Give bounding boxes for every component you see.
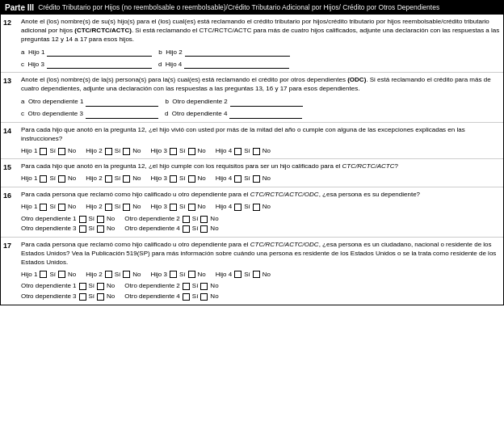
q13-od3-group: c Otro dependiente 3 — [21, 109, 158, 119]
q17-hijo3-si-checkbox[interactable] — [170, 271, 177, 278]
q17-hijo3-no-checkbox[interactable] — [188, 271, 195, 278]
q16-hijo4-no-checkbox[interactable] — [253, 204, 260, 211]
q14-hijo4: Hijo 4 Sí No — [216, 147, 271, 156]
q13-od3-input[interactable] — [86, 109, 158, 119]
q14-hijo3-si-checkbox[interactable] — [170, 148, 177, 155]
q16-hijo1-no-label: No — [68, 203, 76, 212]
q12-hijo2-group: b Hijo 2 — [158, 47, 289, 57]
q14-hijo3-no-checkbox[interactable] — [188, 148, 195, 155]
q12-inputs2: c Hijo 3 d Hijo 4 — [21, 59, 501, 69]
q-content-12: Anote el (los) nombre(s) de su(s) hijo(s… — [21, 18, 501, 69]
q12-hijo4-group: d Hijo 4 — [158, 59, 289, 69]
q16-od1-si-checkbox[interactable] — [79, 216, 86, 223]
q17-od1-label: Otro dependiente 1 — [21, 282, 77, 291]
q14-hijo1: Hijo 1 Sí No — [21, 147, 76, 156]
q14-hijo4-no-checkbox[interactable] — [253, 148, 260, 155]
q16-od3-no-checkbox[interactable] — [97, 225, 104, 233]
q16-od3-label: Otro dependiente 3 — [21, 225, 77, 234]
q15-hijo2-no-checkbox[interactable] — [123, 175, 130, 183]
q14-hijo2-si-checkbox[interactable] — [105, 148, 112, 155]
q16-hijo2-no-checkbox[interactable] — [123, 204, 130, 211]
q15-hijo3-no-checkbox[interactable] — [188, 175, 195, 183]
q15-hijo4-si-label: Sí — [244, 175, 250, 183]
q14-hijo4-si-checkbox[interactable] — [234, 148, 242, 155]
question-17: 17 Para cada persona que reclamó como hi… — [1, 238, 503, 305]
q16-od4-si-checkbox[interactable] — [183, 225, 190, 233]
q17-od4-si-checkbox[interactable] — [183, 293, 190, 301]
q-num-14: 14 — [3, 126, 21, 155]
q14-hijo2: Hijo 2 Sí No — [86, 147, 141, 156]
q16-hijo4-label: Hijo 4 — [216, 203, 232, 212]
q16-od3: Otro dependiente 3 Sí No — [21, 225, 115, 234]
q16-hijo3-si-label: Sí — [179, 203, 186, 212]
part-label: Parte III — [5, 3, 34, 12]
q16-hijo1-no-checkbox[interactable] — [58, 204, 65, 211]
q14-hijo1-no-checkbox[interactable] — [58, 148, 65, 155]
q16-hijo4-si-checkbox[interactable] — [234, 204, 242, 211]
q12-hijo2-input[interactable] — [185, 47, 290, 57]
q16-hijo3-si-checkbox[interactable] — [170, 204, 177, 211]
q15-hijo3-si-checkbox[interactable] — [170, 175, 177, 183]
q14-hijo4-no-label: No — [262, 147, 271, 156]
q17-od2-no-checkbox[interactable] — [200, 283, 208, 290]
q12-hijo4-input[interactable] — [184, 59, 289, 69]
q16-hijo3: Hijo 3 Sí No — [151, 203, 206, 212]
q14-hijo2-no-checkbox[interactable] — [123, 148, 130, 155]
q17-od2-si-checkbox[interactable] — [183, 283, 190, 290]
q16-od2-no-checkbox[interactable] — [200, 216, 208, 223]
part-header: Parte III Crédito Tributario por Hijos (… — [1, 1, 503, 15]
q15-hijo2-no-label: No — [132, 175, 141, 183]
q14-hijo2-si-label: Sí — [115, 147, 121, 156]
q17-hijo1-no-checkbox[interactable] — [58, 271, 65, 278]
q15-hijo4-no-checkbox[interactable] — [253, 175, 260, 183]
q17-od1-no-checkbox[interactable] — [97, 283, 104, 290]
q13-od1-label: a Otro dependiente 1 — [21, 98, 83, 107]
q16-od4: Otro dependiente 4 Sí No — [124, 225, 218, 234]
q16-hijo2-si-checkbox[interactable] — [105, 204, 112, 211]
q16-od3-no-label: No — [107, 225, 115, 234]
q13-od4-input[interactable] — [229, 109, 302, 119]
q14-hijo1-no-label: No — [68, 147, 76, 156]
q16-hijo2-si-label: Sí — [115, 203, 121, 212]
q15-hijo1-si-checkbox[interactable] — [40, 175, 47, 183]
q17-od3-no-checkbox[interactable] — [97, 293, 104, 301]
q15-hijo1: Hijo 1 Sí No — [21, 175, 76, 183]
q13-inputs2: c Otro dependiente 3 d Otro dependiente … — [21, 109, 501, 119]
q14-hijo1-si-checkbox[interactable] — [40, 148, 47, 155]
q-text-16: Para cada persona que reclamó como hijo … — [21, 191, 501, 200]
q17-hijo2-si-checkbox[interactable] — [105, 271, 112, 278]
q12-hijo4-label: d Hijo 4 — [158, 61, 182, 69]
q17-hijo2-no-checkbox[interactable] — [123, 271, 130, 278]
q16-od2-si-checkbox[interactable] — [183, 216, 190, 223]
q13-od2-input[interactable] — [230, 97, 303, 107]
q17-hijo4-no-checkbox[interactable] — [253, 271, 260, 278]
q15-hijo2-si-checkbox[interactable] — [105, 175, 112, 183]
q12-hijo3-input[interactable] — [47, 59, 152, 69]
q15-hijo1-label: Hijo 1 — [21, 175, 37, 183]
q15-hijo4-si-checkbox[interactable] — [234, 175, 242, 183]
q17-od4-label: Otro dependiente 4 — [124, 292, 180, 301]
q16-od4-no-checkbox[interactable] — [200, 225, 208, 233]
q16-od3-si-checkbox[interactable] — [79, 225, 86, 233]
q17-hijo2: Hijo 2 Sí No — [86, 271, 141, 280]
q16-hijo3-no-checkbox[interactable] — [188, 204, 195, 211]
q17-od4-no-checkbox[interactable] — [200, 293, 208, 301]
q16-od4-no-label: No — [210, 225, 218, 234]
q14-hijo2-label: Hijo 2 — [86, 147, 102, 156]
q15-hijo2: Hijo 2 Sí No — [86, 175, 141, 183]
q15-hijo2-label: Hijo 2 — [86, 175, 102, 183]
q16-hijo4: Hijo 4 Sí No — [216, 203, 271, 212]
q17-hijo1-si-checkbox[interactable] — [40, 271, 47, 278]
q13-od1-input[interactable] — [86, 97, 158, 107]
q17-od3-si-checkbox[interactable] — [79, 293, 86, 301]
q16-hijo1-si-checkbox[interactable] — [40, 204, 47, 211]
q-text-12: Anote el (los) nombre(s) de su(s) hijo(s… — [21, 18, 501, 44]
q15-hijo3: Hijo 3 Sí No — [151, 175, 206, 183]
q12-hijo1-input[interactable] — [47, 47, 152, 57]
q16-od1-no-checkbox[interactable] — [97, 216, 104, 223]
q15-hijo1-no-checkbox[interactable] — [58, 175, 65, 183]
q16-hijo3-label: Hijo 3 — [151, 203, 167, 212]
q17-od1-si-checkbox[interactable] — [79, 283, 86, 290]
q17-hijo4-si-checkbox[interactable] — [234, 271, 242, 278]
q16-od4-label: Otro dependiente 4 — [124, 225, 180, 234]
